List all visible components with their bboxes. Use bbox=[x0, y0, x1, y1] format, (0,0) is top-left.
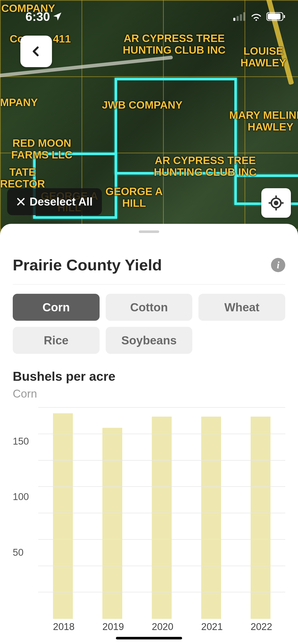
svg-rect-2 bbox=[240, 14, 242, 21]
deselect-all-button[interactable]: Deselect All bbox=[7, 188, 102, 215]
chart-x-label: 2020 bbox=[152, 621, 172, 637]
location-arrow-icon bbox=[52, 12, 62, 21]
parcel-label[interactable]: MARY MELINDA HAWLEY bbox=[229, 109, 298, 133]
parcel-label[interactable]: LOUISE HAWLEY bbox=[240, 45, 286, 69]
locate-me-button[interactable] bbox=[261, 188, 291, 218]
chart-y-tick: 150 bbox=[13, 436, 36, 447]
crop-tabs: CornCottonWheatRiceSoybeans bbox=[13, 294, 285, 354]
parcel-label[interactable]: RED MOON FARMS LLC bbox=[11, 137, 72, 161]
parcel-label[interactable]: AR CYPRESS TREE HUNTING CLUB INC bbox=[154, 155, 257, 178]
chart-gridline bbox=[38, 513, 285, 513]
chart-bar[interactable] bbox=[102, 428, 122, 619]
status-time: 6:30 bbox=[25, 10, 50, 24]
chart-x-label: 2021 bbox=[201, 621, 221, 637]
parcel-label[interactable]: JWB COMPANY bbox=[102, 99, 183, 111]
svg-rect-3 bbox=[243, 12, 245, 21]
crop-tab-wheat[interactable]: Wheat bbox=[198, 294, 285, 321]
chart-y-tick: 50 bbox=[13, 547, 36, 558]
chart-bar[interactable] bbox=[53, 413, 73, 619]
crop-tab-soybeans[interactable]: Soybeans bbox=[106, 327, 193, 354]
chart-gridline bbox=[38, 407, 285, 408]
close-icon bbox=[16, 197, 25, 206]
status-right bbox=[233, 12, 285, 21]
chart-gridline bbox=[38, 486, 285, 487]
chevron-left-icon bbox=[30, 46, 42, 57]
svg-rect-5 bbox=[268, 13, 280, 20]
chart-gridline bbox=[38, 460, 285, 461]
sheet-title: Prairie County Yield bbox=[13, 256, 162, 274]
crosshair-icon bbox=[268, 195, 284, 211]
chart-gridline bbox=[38, 566, 285, 566]
svg-rect-6 bbox=[284, 15, 285, 18]
svg-rect-1 bbox=[237, 16, 239, 21]
chart-gridline bbox=[38, 592, 285, 592]
parcel-label[interactable]: TATE RECTOR bbox=[0, 166, 45, 190]
chart-plot-area bbox=[38, 408, 285, 619]
cellular-icon bbox=[233, 12, 246, 21]
svg-point-10 bbox=[275, 201, 278, 204]
parcel-label[interactable]: AR CYPRESS TREE HUNTING CLUB INC bbox=[123, 33, 226, 56]
crop-tab-cotton[interactable]: Cotton bbox=[106, 294, 193, 321]
chart-y-tick: 100 bbox=[13, 491, 36, 502]
home-indicator[interactable] bbox=[116, 637, 182, 639]
sheet-grabber[interactable] bbox=[139, 230, 159, 233]
parcel-label[interactable]: GEORGE A HILL bbox=[105, 186, 163, 209]
wifi-icon bbox=[250, 12, 262, 21]
crop-tab-corn[interactable]: Corn bbox=[13, 294, 100, 321]
chart-x-label: 2022 bbox=[251, 621, 270, 637]
deselect-label: Deselect All bbox=[30, 195, 93, 208]
chart-x-label: 2019 bbox=[102, 621, 122, 637]
status-left: 6:30 bbox=[25, 10, 62, 24]
chart-gridline bbox=[38, 539, 285, 540]
status-bar: 6:30 bbox=[0, 0, 298, 33]
metric-title: Bushels per acre bbox=[13, 369, 285, 384]
battery-icon bbox=[266, 12, 285, 21]
chart-gridline bbox=[38, 434, 285, 434]
metric-subtitle: Corn bbox=[13, 387, 285, 400]
sheet-header: Prairie County Yield i bbox=[13, 256, 285, 285]
parcel-label[interactable]: 411 bbox=[53, 33, 71, 45]
info-button[interactable]: i bbox=[271, 258, 285, 272]
yield-sheet[interactable]: Prairie County Yield i CornCottonWheatRi… bbox=[0, 224, 298, 644]
crop-tab-rice[interactable]: Rice bbox=[13, 327, 100, 354]
chart-bar[interactable] bbox=[152, 417, 172, 619]
parcel-label[interactable]: MPANY bbox=[0, 97, 38, 108]
yield-chart: 20182019202020212022 50100150 bbox=[13, 408, 285, 637]
chart-bar[interactable] bbox=[201, 417, 221, 619]
chart-bar[interactable] bbox=[251, 417, 270, 619]
chart-x-axis: 20182019202020212022 bbox=[38, 621, 285, 637]
chart-x-label: 2018 bbox=[53, 621, 73, 637]
svg-rect-0 bbox=[233, 18, 235, 21]
back-button[interactable] bbox=[20, 36, 52, 67]
chart-bars bbox=[38, 408, 285, 619]
